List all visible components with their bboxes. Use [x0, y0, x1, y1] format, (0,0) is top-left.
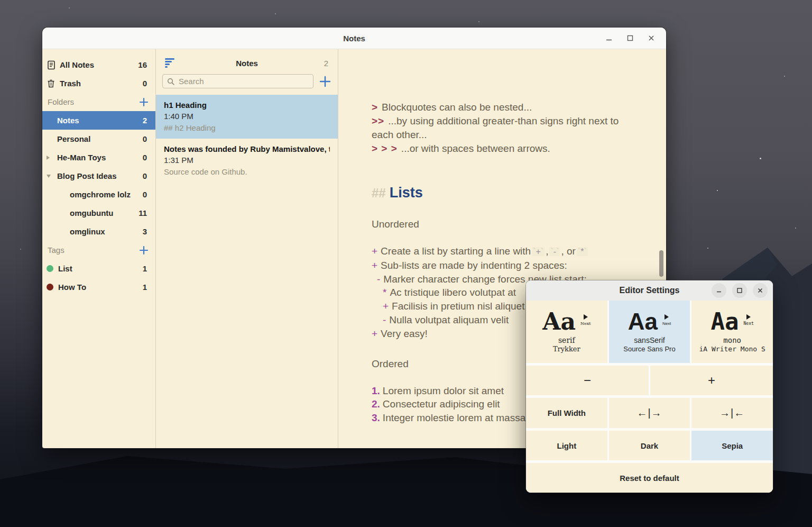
- minimize-icon[interactable]: [605, 34, 613, 42]
- sidebar-folder-notes[interactable]: Notes 2: [42, 111, 155, 130]
- folder-count: 0: [143, 153, 147, 162]
- dialog-close-icon[interactable]: [753, 283, 768, 298]
- folder-label: omgubuntu: [70, 208, 139, 217]
- next-font-icon[interactable]: Next: [580, 314, 590, 326]
- sidebar-item-all-notes[interactable]: All Notes 16: [42, 56, 155, 74]
- sidebar-item-trash[interactable]: Trash 0: [42, 74, 155, 93]
- folder-count: 11: [139, 208, 147, 217]
- theme-sepia-button[interactable]: Sepia: [691, 431, 773, 460]
- font-serif-button[interactable]: Aa Next serif Trykker: [526, 301, 607, 363]
- font-name-label: Trykker: [553, 346, 580, 353]
- heading-text: Lists: [390, 185, 423, 201]
- list-text: Nulla volutpat aliquam velit: [389, 314, 509, 325]
- expand-expanded-icon[interactable]: [47, 175, 57, 178]
- star: [275, 13, 276, 14]
- search-input[interactable]: [178, 76, 309, 86]
- list-text: Create a list by starting a line with: [381, 246, 531, 257]
- note-list-item[interactable]: h1 Heading 1:40 PM ## h2 Heading: [156, 95, 338, 139]
- sidebar-folder-omgchrome-lolz[interactable]: omgchrome lolz 0: [42, 185, 155, 204]
- sidebar: All Notes 16 Trash 0 Folders: [42, 49, 156, 448]
- list-text: Ac tristique libero volutpat at: [390, 287, 516, 298]
- list-text: Facilisis in pretium nisl aliquet: [392, 301, 524, 312]
- maximize-icon[interactable]: [626, 34, 634, 42]
- close-icon[interactable]: [647, 34, 656, 42]
- note-time: 1:40 PM: [164, 112, 330, 121]
- reset-row: Reset to default: [526, 463, 773, 493]
- star: [784, 76, 785, 77]
- sidebar-item-count: 16: [138, 60, 147, 69]
- folder-label: Personal: [57, 134, 143, 143]
- blockquote-line: >Blockquotes can also be nested...: [372, 101, 625, 114]
- add-note-button[interactable]: [319, 75, 331, 88]
- inline-code: *: [577, 247, 588, 256]
- next-font-icon[interactable]: Next: [662, 314, 671, 326]
- folder-label: He-Man Toys: [57, 153, 143, 162]
- editor-scrollbar[interactable]: [659, 250, 663, 277]
- theme-row: Light Dark Sepia: [526, 431, 773, 460]
- star: [760, 158, 761, 159]
- notes-list-header: Notes 2: [156, 56, 338, 70]
- tag-label: List: [58, 264, 143, 273]
- font-mono-button[interactable]: Aa Next mono iA Writer Mono S: [691, 301, 773, 363]
- screen: Notes All Notes: [0, 0, 812, 527]
- sidebar-tag-list[interactable]: List 1: [42, 259, 155, 278]
- paragraph-unordered: Unordered: [372, 217, 625, 231]
- full-width-button[interactable]: Full Width: [526, 398, 607, 428]
- list-line: +Sub-lists are made by indenting 2 space…: [372, 259, 625, 272]
- decrease-font-size-button[interactable]: −: [526, 366, 649, 395]
- font-sample: Aa: [711, 310, 739, 333]
- folder-count: 0: [143, 171, 147, 180]
- font-sample: Aa: [542, 310, 576, 333]
- expand-margins-button[interactable]: ←|→: [609, 398, 690, 428]
- sidebar-folder-he-man-toys[interactable]: He-Man Toys 0: [42, 148, 155, 167]
- font-sans-serif-button[interactable]: Aa Next sansSerif Source Sans Pro: [609, 301, 690, 363]
- expand-collapsed-icon[interactable]: [47, 156, 57, 160]
- folder-count: 0: [143, 134, 147, 143]
- all-notes-icon: [47, 60, 56, 70]
- trash-icon: [47, 79, 56, 88]
- dialog-body: Aa Next serif Trykker Aa Next: [526, 301, 773, 493]
- folder-label: omglinux: [70, 227, 143, 236]
- inline-code: -: [549, 247, 560, 256]
- dialog-title: Editor Settings: [620, 286, 680, 295]
- reset-to-default-button[interactable]: Reset to default: [526, 463, 773, 493]
- font-style-label: serif: [558, 336, 575, 344]
- add-tag-button[interactable]: [139, 245, 149, 256]
- folder-label: omgchrome lolz: [70, 190, 143, 199]
- add-folder-button[interactable]: [139, 97, 149, 107]
- list-text: Lorem ipsum dolor sit amet: [383, 385, 504, 396]
- font-style-label: mono: [723, 336, 741, 344]
- sidebar-folder-omgubuntu[interactable]: omgubuntu 11: [42, 204, 155, 222]
- sidebar-tag-how-to[interactable]: How To 1: [42, 278, 155, 296]
- sidebar-folder-personal[interactable]: Personal 0: [42, 130, 155, 148]
- theme-light-button[interactable]: Light: [526, 431, 607, 460]
- search-box[interactable]: [162, 74, 313, 88]
- quote-marker: > > >: [372, 143, 398, 154]
- list-text: Integer molestie lorem at massa: [383, 412, 525, 423]
- note-preview: Source code on Github.: [164, 167, 330, 176]
- note-list-item[interactable]: Notes was founded by Ruby Mamistvalove, …: [156, 139, 338, 183]
- dialog-maximize-icon[interactable]: [732, 283, 747, 298]
- dialog-minimize-icon[interactable]: [712, 283, 726, 298]
- sidebar-folder-blog-post-ideas[interactable]: Blog Post Ideas 0: [42, 167, 155, 185]
- sidebar-item-label: Trash: [60, 79, 143, 88]
- sidebar-folder-omglinux[interactable]: omglinux 3: [42, 222, 155, 241]
- star: [478, 21, 479, 22]
- list-marker: *: [383, 287, 386, 298]
- notes-list-pane: Notes 2 h1 Heading 1:: [156, 49, 338, 448]
- font-sample: Aa: [628, 310, 658, 333]
- star: [69, 7, 70, 8]
- star: [717, 190, 718, 191]
- next-font-icon[interactable]: Next: [744, 314, 754, 326]
- h2-heading: ##Lists: [372, 185, 625, 201]
- note-title: Notes was founded by Ruby Mamistvalove, …: [164, 144, 330, 153]
- increase-font-size-button[interactable]: +: [650, 366, 773, 395]
- theme-dark-button[interactable]: Dark: [609, 431, 690, 460]
- sort-icon[interactable]: [165, 58, 174, 68]
- list-text: Consectetur adipiscing elit: [383, 398, 500, 410]
- tag-color-dot-red: [47, 284, 53, 290]
- sidebar-section-folders: Folders: [42, 93, 155, 111]
- folders-section-label: Folders: [48, 97, 139, 106]
- shrink-margins-button[interactable]: →|←: [691, 398, 773, 428]
- quote-marker: >>: [372, 115, 384, 126]
